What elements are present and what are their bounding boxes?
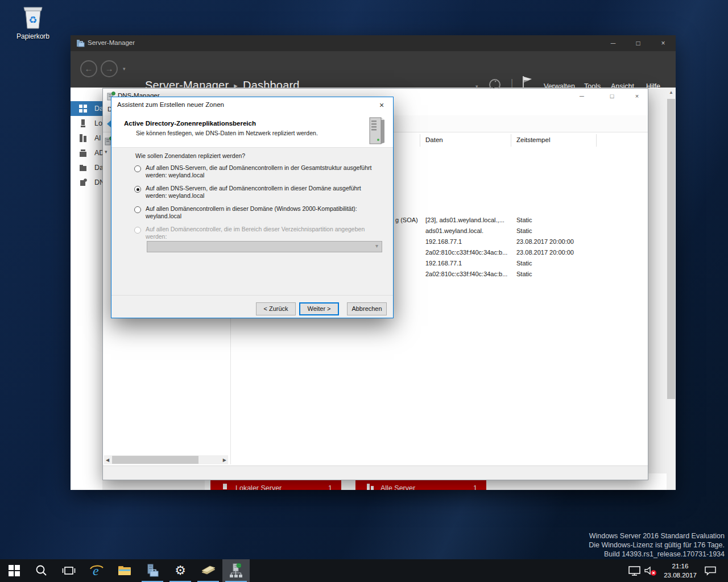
book-icon <box>200 565 216 576</box>
scrollbar-thumb[interactable] <box>112 456 198 464</box>
search-button[interactable] <box>28 559 55 582</box>
minimize-button[interactable]: ─ <box>572 89 592 103</box>
radio-option-win2000[interactable]: Auf allen Domänencontrollern in dieser D… <box>134 205 384 221</box>
cell-daten: 192.168.77.1 <box>425 238 462 245</box>
cancel-button[interactable]: Abbrechen <box>347 302 387 315</box>
server-tower-icon <box>366 115 388 146</box>
tile-label: Alle Server <box>380 484 415 490</box>
scroll-left-icon[interactable]: ◀ <box>106 458 109 463</box>
option-text: werden: weyland.local <box>146 192 204 199</box>
close-button[interactable]: × <box>627 89 647 103</box>
column-separator[interactable] <box>596 134 597 147</box>
sidebar-item-ad-ds[interactable]: AD <box>71 146 102 160</box>
scroll-right-icon[interactable]: ▶ <box>223 458 226 463</box>
option-text: weyland.local <box>146 213 181 219</box>
watermark-line: Windows Server 2016 Standard Evaluation <box>589 531 725 541</box>
gear-icon: ⚙ <box>175 559 186 582</box>
cell-zeitstempel: Static <box>516 227 532 234</box>
file-storage-icon <box>79 164 87 172</box>
dns-role-icon <box>79 178 87 186</box>
documentation-taskbar-button[interactable] <box>195 559 222 582</box>
sidebar-item-dns[interactable]: DN <box>71 175 102 190</box>
tile-lokaler-server[interactable]: Lokaler Server 1 <box>210 480 341 490</box>
nav-history-dropdown-icon[interactable]: ▾ <box>123 66 126 72</box>
column-header-zeitstempel[interactable]: Zeitstempel <box>516 136 550 143</box>
settings-taskbar-button[interactable]: ⚙ <box>167 559 194 582</box>
eval-watermark: Windows Server 2016 Standard Evaluation … <box>589 531 725 559</box>
radio-icon[interactable] <box>134 206 141 213</box>
radio-option-forest[interactable]: Auf allen DNS-Servern, die auf Domänenco… <box>134 164 384 180</box>
volume-muted-tray-icon[interactable] <box>643 559 659 582</box>
wizard-title: Assistent zum Erstellen neuer Zonen <box>117 101 224 108</box>
maximize-button[interactable]: □ <box>602 89 622 103</box>
internet-explorer-button[interactable]: e <box>83 559 110 582</box>
cell-zeitstempel: 23.08.2017 20:00:00 <box>516 238 574 245</box>
action-center-tray-icon[interactable] <box>703 559 719 582</box>
scrollbar-thumb[interactable] <box>667 99 675 399</box>
forward-button[interactable]: → <box>101 60 118 77</box>
radio-selected-icon[interactable] <box>134 186 141 193</box>
radio-disabled-icon <box>134 227 141 234</box>
file-explorer-button[interactable] <box>111 559 138 582</box>
sidebar-item-lokaler-server[interactable]: Lo <box>71 116 102 131</box>
radio-option-partition: Auf allen Domänencontroller, die im Bere… <box>134 226 384 242</box>
option-text: Auf allen DNS-Servern, die auf Domänenco… <box>146 164 371 171</box>
radio-icon[interactable] <box>134 165 141 172</box>
start-button[interactable] <box>1 559 28 582</box>
wizard-heading: Active Directory-Zonenreplikationsbereic… <box>124 120 256 127</box>
column-header-daten[interactable]: Daten <box>425 136 443 143</box>
recycle-bin-icon[interactable]: ♻ Papierkorb <box>11 3 55 40</box>
option-text: Auf allen DNS-Servern, die auf Domänenco… <box>146 185 361 192</box>
close-icon[interactable]: × <box>370 97 393 114</box>
local-server-icon <box>79 119 87 127</box>
server-manager-titlebar: Server-Manager ─ □ × <box>71 35 676 51</box>
network-icon <box>628 566 641 576</box>
cell-zeitstempel: Static <box>516 271 532 277</box>
cell-daten: 192.168.77.1 <box>425 260 462 267</box>
network-tray-icon[interactable] <box>627 559 643 582</box>
taskbar: e ⚙ <box>0 559 728 582</box>
sidebar-item-alle-server[interactable]: Al <box>71 131 102 146</box>
minimize-button[interactable]: ─ <box>601 35 626 51</box>
vertical-scrollbar[interactable]: ▲ <box>667 88 676 490</box>
sidebar-item-label: Al <box>94 134 101 142</box>
window-title: Server-Manager <box>88 39 135 46</box>
back-button[interactable]: < Zurück <box>256 302 296 315</box>
cell-zeitstempel: 23.08.2017 20:00:00 <box>516 249 574 256</box>
tree-expand-icon[interactable]: ▾ <box>105 149 107 155</box>
tile-alle-server[interactable]: Alle Server 1 <box>355 480 486 490</box>
server-manager-taskbar-button[interactable] <box>139 559 166 582</box>
sidebar-item-label: Lo <box>94 119 102 127</box>
column-separator[interactable] <box>420 134 420 147</box>
internet-explorer-icon: e <box>89 563 105 579</box>
option-text: werden: weyland.local <box>146 172 204 178</box>
watermark-line: Build 14393.rs1_release.170731-1934 <box>589 550 725 559</box>
option-text: werden: <box>146 233 167 240</box>
cell-daten: [23], ads01.weyland.local.,... <box>425 217 504 223</box>
maximize-button[interactable]: □ <box>626 35 651 51</box>
dns-manager-icon <box>229 563 243 579</box>
scroll-up-icon[interactable]: ▲ <box>667 90 676 95</box>
tray-time: 21:16 <box>659 562 702 571</box>
windows-logo-icon <box>9 565 20 576</box>
dns-manager-taskbar-button[interactable] <box>222 559 250 582</box>
task-view-button[interactable] <box>55 559 82 582</box>
close-button[interactable]: × <box>651 35 676 51</box>
file-explorer-icon <box>117 564 132 577</box>
radio-option-domain[interactable]: Auf allen DNS-Servern, die auf Domänenco… <box>134 185 384 201</box>
tile-count: 1 <box>328 484 332 490</box>
all-servers-tile-icon <box>366 484 375 490</box>
sidebar-item-datei-speicherdienste[interactable]: Da <box>71 160 102 175</box>
cell-daten: ads01.weyland.local. <box>425 227 483 234</box>
tray-clock[interactable]: 21:16 23.08.2017 <box>659 562 702 580</box>
next-button[interactable]: Weiter > <box>299 302 339 315</box>
dashboard-icon <box>79 105 87 113</box>
wizard-header: Active Directory-Zonenreplikationsbereic… <box>111 114 393 148</box>
horizontal-scrollbar[interactable]: ◀ ▶ <box>104 455 228 464</box>
back-button[interactable]: ← <box>80 60 97 77</box>
nav-separator: | <box>511 78 513 88</box>
sidebar-item-dashboard[interactable]: Da <box>71 101 102 116</box>
cell-zeitstempel: Static <box>516 260 532 267</box>
svg-text:♻: ♻ <box>28 15 37 26</box>
column-separator[interactable] <box>511 134 511 147</box>
